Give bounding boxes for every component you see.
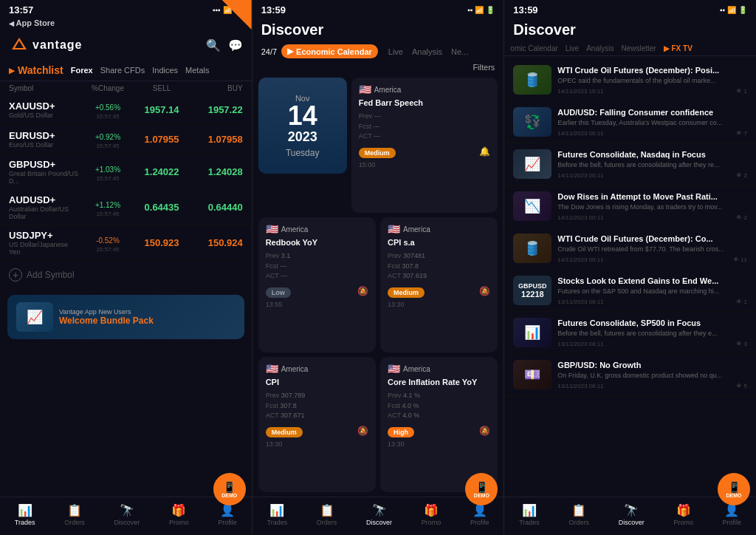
tab-indices[interactable]: Indices [152, 66, 178, 75]
search-icon[interactable]: 🔍 [206, 38, 221, 52]
bell-icon-cpi[interactable]: 🔕 [357, 426, 368, 436]
tab-analysis-3[interactable]: Analysis [586, 44, 614, 52]
event-country-cpi: 🇺🇸 America [266, 363, 368, 375]
chat-icon[interactable]: 💬 [228, 38, 243, 52]
table-row[interactable]: EURUSD+Euro/US Dollar +0.92%15:57:45 1.0… [0, 125, 252, 154]
news-views-7: 👁 3 [736, 341, 747, 347]
tab-metals[interactable]: Metals [185, 66, 209, 75]
usa-flag-core: 🇺🇸 [388, 363, 400, 375]
news-item[interactable]: 💱 AUD/USD: Falling Consumer confidence E… [504, 101, 756, 143]
econ-cal-header: 24/7 ▶ Economic Calendar Live Analysis N… [252, 41, 504, 61]
event-time-core: 13:30 [388, 440, 490, 448]
demo-icon-2: 📱 [475, 481, 488, 493]
tab-omic-calendar[interactable]: omic Calendar [510, 44, 557, 52]
tab-analysis[interactable]: Analysis [412, 47, 442, 56]
tab-fx-tv[interactable]: ▶ FX TV [664, 44, 693, 52]
event-card-fed[interactable]: 🇺🇸 America Fed Barr Speech Prev --- Fcst… [351, 78, 498, 213]
nav-orders-label-3: Orders [569, 519, 590, 526]
tab-ne[interactable]: Ne... [451, 47, 468, 56]
bell-icon-core[interactable]: 🔕 [479, 426, 490, 436]
news-item[interactable]: 🛢️ WTI Crude Oil Futures (December): Co.… [504, 228, 756, 270]
econ-cal-button[interactable]: ▶ Economic Calendar [281, 44, 378, 58]
bell-icon-redbook[interactable]: 🔕 [357, 286, 368, 296]
trades-icon-3: 📊 [522, 503, 537, 517]
bell-icon-cpisa[interactable]: 🔕 [479, 286, 490, 296]
usa-flag-r: 🇺🇸 [266, 223, 278, 235]
nav-orders-3[interactable]: 📋 Orders [569, 503, 590, 526]
tab-newsletter[interactable]: Newsletter [621, 44, 656, 52]
news-item[interactable]: 📈 Futures Consolidate, Nasdaq in Focus B… [504, 143, 756, 185]
news-thumb-8: 💷 [513, 360, 551, 389]
event-stats-redbook: Prev 3.1 Fcst --- ACT --- [266, 251, 368, 282]
nav-discover[interactable]: 🔭 Discover [114, 503, 140, 526]
nav-profile-2[interactable]: 👤 Profile [470, 503, 489, 526]
add-symbol-button[interactable]: + Add Symbol [0, 261, 252, 289]
back-link[interactable]: App Store [9, 18, 55, 27]
header-1: vantage 🔍 💬 [0, 30, 252, 60]
tab-live[interactable]: Live [388, 47, 403, 56]
news-date-5: 14/11/2023 00:11 [557, 256, 603, 263]
bottom-nav-1: 📊 Trades 📋 Orders 🔭 Discover 🎁 Promo 👤 P… [0, 497, 252, 535]
demo-button-1[interactable]: 📱 DEMO [213, 473, 246, 505]
nav-orders[interactable]: 📋 Orders [64, 503, 85, 526]
tab-share-cfds[interactable]: Share CFDs [100, 66, 145, 75]
nav-profile-3[interactable]: 👤 Profile [723, 503, 742, 526]
news-item[interactable]: 💷 GBP/USD: No Growth On Friday, U.K. gro… [504, 354, 756, 396]
demo-button-3[interactable]: 📱 DEMO [718, 473, 750, 505]
s3-subtabs: omic Calendar Live Analysis Newsletter ▶… [504, 41, 756, 56]
news-meta-2: 14/11/2023 06:11 👁 7 [557, 130, 747, 137]
nav-promo[interactable]: 🎁 Promo [169, 503, 189, 526]
news-item[interactable]: 📉 Dow Rises in Attempt to Move Past Rati… [504, 185, 756, 228]
discover-icon: 🔭 [120, 503, 134, 517]
date-card: Nov 14 2023 Tuesday [258, 78, 347, 174]
table-row[interactable]: GBPUSD+Great Britain Pound/US D... +1.03… [0, 154, 252, 190]
news-item[interactable]: 🛢️ WTI Crude Oil Futures (December): Pos… [504, 59, 756, 101]
vantage-logo: vantage [9, 35, 82, 55]
col-sell: SELL [135, 84, 189, 92]
news-title-6: Stocks Look to Extend Gains to End We... [557, 276, 747, 286]
nav-trades-3[interactable]: 📊 Trades [519, 503, 540, 526]
nav-promo-3[interactable]: 🎁 Promo [673, 503, 693, 526]
logo-text: vantage [32, 38, 82, 52]
event-card-core-inflation[interactable]: 🇺🇸 America Core Inflation Rate YoY Prev … [380, 357, 498, 492]
nav-discover-3[interactable]: 🔭 Discover [619, 503, 645, 526]
table-row[interactable]: AUDUSD+Australian Dollar/US Dollar +1.12… [0, 190, 252, 225]
news-thumb-2: 💱 [513, 107, 551, 137]
bottom-nav-2: 📊 Trades 📋 Orders 🔭 Discover 🎁 Promo 👤 P… [252, 497, 504, 535]
news-item[interactable]: 📊 Futures Consolidate, SP500 in Focus Be… [504, 312, 756, 354]
promo-banner[interactable]: 📈 Vantage App New Users Welcome Bundle P… [7, 295, 244, 339]
nav-orders-2[interactable]: 📋 Orders [317, 503, 337, 526]
news-content-8: GBP/USD: No Growth On Friday, U.K. gross… [557, 360, 747, 389]
bottom-nav-3: 📊 Trades 📋 Orders 🔭 Discover 🎁 Promo 👤 P… [504, 497, 756, 535]
bell-icon-fed[interactable]: 🔔 [479, 146, 490, 157]
nav-orders-label: Orders [64, 519, 85, 526]
news-desc-7: Before the bell, futures are consolidati… [557, 330, 747, 338]
screen-watchlist: 13:57 ▪▪▪ 📶 🔋 App Store vantage 🔍 � [0, 0, 252, 535]
banner-content: Vantage App New Users Welcome Bundle Pac… [59, 308, 236, 326]
news-item[interactable]: GBPUSD12218 Stocks Look to Extend Gains … [504, 270, 756, 312]
table-row[interactable]: XAUUSD+Gold/US Dollar +0.56%15:57:45 195… [0, 95, 252, 125]
tab-forex[interactable]: Forex [71, 66, 93, 75]
event-card-redbook[interactable]: 🇺🇸 America Redbook YoY Prev 3.1 Fcst ---… [258, 217, 376, 352]
event-time-fed: 15:00 [359, 161, 491, 168]
nav-discover-label: Discover [114, 519, 140, 526]
signal-icon-3: ▪▪ [720, 6, 725, 14]
nav-discover-2[interactable]: 🔭 Discover [366, 503, 392, 526]
news-date-1: 14/11/2023 10:11 [557, 88, 603, 95]
event-card-cpi[interactable]: 🇺🇸 America CPI Prev 307.789 Fcst 307.8 A… [258, 357, 376, 492]
page-title-3: Discover [513, 21, 576, 38]
tab-live-3[interactable]: Live [566, 44, 579, 52]
battery-icon-2: 🔋 [486, 6, 495, 14]
nav-trades-2[interactable]: 📊 Trades [267, 503, 288, 526]
event-country: 🇺🇸 America [359, 84, 491, 95]
nav-trades[interactable]: 📊 Trades [15, 503, 35, 526]
news-views-5: 👁 11 [733, 256, 747, 263]
nav-promo-2[interactable]: 🎁 Promo [422, 503, 441, 526]
filters-button[interactable]: Filters [472, 63, 495, 72]
econ-tabs: Live Analysis Ne... [382, 47, 474, 56]
event-name-cpisa: CPI s.a [388, 238, 490, 247]
event-card-cpisa[interactable]: 🇺🇸 America CPI s.a Prev 307481 Fcst 307.… [380, 217, 498, 352]
nav-profile-label: Profile [218, 519, 237, 526]
nav-profile[interactable]: 👤 Profile [218, 503, 237, 526]
table-row[interactable]: USDJPY+US Dollar/Japanese Yen -0.52%15:5… [0, 225, 252, 261]
